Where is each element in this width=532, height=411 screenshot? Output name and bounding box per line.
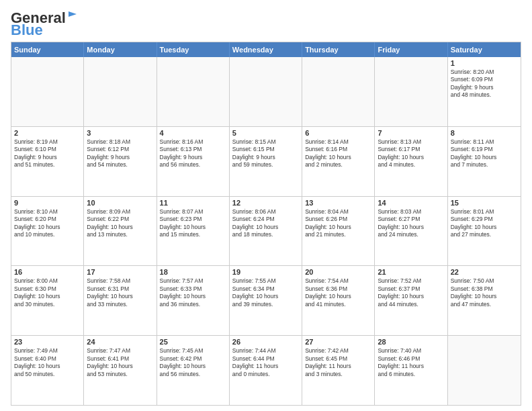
calendar-cell: 11Sunrise: 8:07 AM Sunset: 6:23 PM Dayli… [157, 197, 230, 266]
calendar-cell: 27Sunrise: 7:42 AM Sunset: 6:45 PM Dayli… [302, 336, 375, 405]
calendar-cell [11, 57, 84, 126]
calendar-cell: 7Sunrise: 8:13 AM Sunset: 6:17 PM Daylig… [375, 127, 447, 196]
calendar-cell: 15Sunrise: 8:01 AM Sunset: 6:29 PM Dayli… [448, 197, 521, 266]
day-number: 4 [160, 129, 226, 137]
calendar-cell: 26Sunrise: 7:44 AM Sunset: 6:44 PM Dayli… [230, 336, 302, 405]
cell-text: Sunrise: 7:58 AM Sunset: 6:31 PM Dayligh… [87, 277, 153, 308]
calendar-cell: 28Sunrise: 7:40 AM Sunset: 6:46 PM Dayli… [375, 336, 447, 405]
calendar-cell: 6Sunrise: 8:14 AM Sunset: 6:16 PM Daylig… [302, 127, 375, 196]
calendar-cell: 5Sunrise: 8:15 AM Sunset: 6:15 PM Daylig… [230, 127, 302, 196]
cell-text: Sunrise: 7:52 AM Sunset: 6:37 PM Dayligh… [378, 277, 444, 308]
calendar-cell: 24Sunrise: 7:47 AM Sunset: 6:41 PM Dayli… [84, 336, 157, 405]
cell-text: Sunrise: 8:00 AM Sunset: 6:30 PM Dayligh… [14, 277, 81, 308]
calendar-header-cell: Sunday [11, 42, 84, 57]
calendar-cell: 20Sunrise: 7:54 AM Sunset: 6:36 PM Dayli… [302, 266, 375, 335]
day-number: 11 [160, 199, 226, 207]
calendar-row: 2Sunrise: 8:19 AM Sunset: 6:10 PM Daylig… [11, 127, 521, 197]
calendar-body: 1Sunrise: 8:20 AM Sunset: 6:09 PM Daylig… [11, 57, 521, 405]
day-number: 25 [160, 338, 226, 346]
day-number: 17 [87, 268, 153, 276]
day-number: 5 [232, 129, 299, 137]
day-number: 10 [87, 199, 153, 207]
calendar-cell: 13Sunrise: 8:04 AM Sunset: 6:26 PM Dayli… [302, 197, 375, 266]
calendar-cell: 17Sunrise: 7:58 AM Sunset: 6:31 PM Dayli… [84, 266, 157, 335]
day-number: 28 [378, 338, 444, 346]
calendar-cell: 23Sunrise: 7:49 AM Sunset: 6:40 PM Dayli… [11, 336, 84, 405]
day-number: 23 [14, 338, 81, 346]
logo-flag-icon [67, 10, 79, 22]
calendar-header: SundayMondayTuesdayWednesdayThursdayFrid… [11, 42, 521, 57]
cell-text: Sunrise: 8:16 AM Sunset: 6:13 PM Dayligh… [160, 138, 226, 169]
calendar-header-cell: Tuesday [157, 42, 230, 57]
calendar-cell: 9Sunrise: 8:10 AM Sunset: 6:20 PM Daylig… [11, 197, 84, 266]
day-number: 3 [87, 129, 153, 137]
calendar-cell: 16Sunrise: 8:00 AM Sunset: 6:30 PM Dayli… [11, 266, 84, 335]
cell-text: Sunrise: 8:04 AM Sunset: 6:26 PM Dayligh… [305, 208, 371, 239]
cell-text: Sunrise: 7:40 AM Sunset: 6:46 PM Dayligh… [378, 347, 444, 378]
svg-marker-0 [69, 11, 77, 17]
cell-text: Sunrise: 8:07 AM Sunset: 6:23 PM Dayligh… [160, 208, 226, 239]
calendar-row: 1Sunrise: 8:20 AM Sunset: 6:09 PM Daylig… [11, 57, 521, 127]
cell-text: Sunrise: 7:45 AM Sunset: 6:42 PM Dayligh… [160, 347, 226, 378]
calendar-cell [375, 57, 447, 126]
calendar-row: 9Sunrise: 8:10 AM Sunset: 6:20 PM Daylig… [11, 197, 521, 267]
day-number: 27 [305, 338, 371, 346]
day-number: 15 [451, 199, 518, 207]
day-number: 18 [160, 268, 226, 276]
cell-text: Sunrise: 7:49 AM Sunset: 6:40 PM Dayligh… [14, 347, 81, 378]
day-number: 26 [232, 338, 299, 346]
calendar-cell: 19Sunrise: 7:55 AM Sunset: 6:34 PM Dayli… [230, 266, 302, 335]
calendar-cell: 4Sunrise: 8:16 AM Sunset: 6:13 PM Daylig… [157, 127, 230, 196]
cell-text: Sunrise: 8:14 AM Sunset: 6:16 PM Dayligh… [305, 138, 371, 169]
calendar-header-cell: Friday [375, 42, 447, 57]
calendar-cell [302, 57, 375, 126]
calendar-cell: 25Sunrise: 7:45 AM Sunset: 6:42 PM Dayli… [157, 336, 230, 405]
calendar-cell: 18Sunrise: 7:57 AM Sunset: 6:33 PM Dayli… [157, 266, 230, 335]
cell-text: Sunrise: 8:03 AM Sunset: 6:27 PM Dayligh… [378, 208, 444, 239]
cell-text: Sunrise: 7:50 AM Sunset: 6:38 PM Dayligh… [451, 277, 518, 308]
day-number: 2 [14, 129, 81, 137]
cell-text: Sunrise: 8:11 AM Sunset: 6:19 PM Dayligh… [451, 138, 518, 169]
cell-text: Sunrise: 7:44 AM Sunset: 6:44 PM Dayligh… [232, 347, 299, 378]
cell-text: Sunrise: 8:18 AM Sunset: 6:12 PM Dayligh… [87, 138, 153, 169]
cell-text: Sunrise: 7:47 AM Sunset: 6:41 PM Dayligh… [87, 347, 153, 378]
page: General Blue SundayMondayTuesdayWednesda… [0, 0, 532, 411]
calendar-cell [84, 57, 157, 126]
calendar-cell: 14Sunrise: 8:03 AM Sunset: 6:27 PM Dayli… [375, 197, 447, 266]
calendar-cell: 8Sunrise: 8:11 AM Sunset: 6:19 PM Daylig… [448, 127, 521, 196]
calendar-cell: 21Sunrise: 7:52 AM Sunset: 6:37 PM Dayli… [375, 266, 447, 335]
cell-text: Sunrise: 8:19 AM Sunset: 6:10 PM Dayligh… [14, 138, 81, 169]
cell-text: Sunrise: 7:54 AM Sunset: 6:36 PM Dayligh… [305, 277, 371, 308]
logo-blue: Blue [11, 23, 43, 38]
cell-text: Sunrise: 7:55 AM Sunset: 6:34 PM Dayligh… [232, 277, 299, 308]
day-number: 22 [451, 268, 518, 276]
day-number: 19 [232, 268, 299, 276]
day-number: 16 [14, 268, 81, 276]
day-number: 12 [232, 199, 299, 207]
calendar-cell [157, 57, 230, 126]
calendar-cell: 1Sunrise: 8:20 AM Sunset: 6:09 PM Daylig… [448, 57, 521, 126]
calendar-header-cell: Wednesday [230, 42, 302, 57]
calendar-cell: 2Sunrise: 8:19 AM Sunset: 6:10 PM Daylig… [11, 127, 84, 196]
day-number: 13 [305, 199, 371, 207]
day-number: 14 [378, 199, 444, 207]
day-number: 21 [378, 268, 444, 276]
cell-text: Sunrise: 8:06 AM Sunset: 6:24 PM Dayligh… [232, 208, 299, 239]
day-number: 1 [451, 59, 518, 67]
day-number: 6 [305, 129, 371, 137]
calendar-header-cell: Saturday [448, 42, 521, 57]
cell-text: Sunrise: 8:13 AM Sunset: 6:17 PM Dayligh… [378, 138, 444, 169]
logo: General Blue [11, 11, 79, 38]
calendar-cell: 22Sunrise: 7:50 AM Sunset: 6:38 PM Dayli… [448, 266, 521, 335]
cell-text: Sunrise: 8:09 AM Sunset: 6:22 PM Dayligh… [87, 208, 153, 239]
day-number: 8 [451, 129, 518, 137]
day-number: 20 [305, 268, 371, 276]
calendar-row: 23Sunrise: 7:49 AM Sunset: 6:40 PM Dayli… [11, 336, 521, 405]
cell-text: Sunrise: 7:42 AM Sunset: 6:45 PM Dayligh… [305, 347, 371, 378]
day-number: 9 [14, 199, 81, 207]
calendar: SundayMondayTuesdayWednesdayThursdayFrid… [11, 42, 521, 406]
calendar-cell [448, 336, 521, 405]
calendar-cell: 12Sunrise: 8:06 AM Sunset: 6:24 PM Dayli… [230, 197, 302, 266]
day-number: 24 [87, 338, 153, 346]
cell-text: Sunrise: 8:15 AM Sunset: 6:15 PM Dayligh… [232, 138, 299, 169]
